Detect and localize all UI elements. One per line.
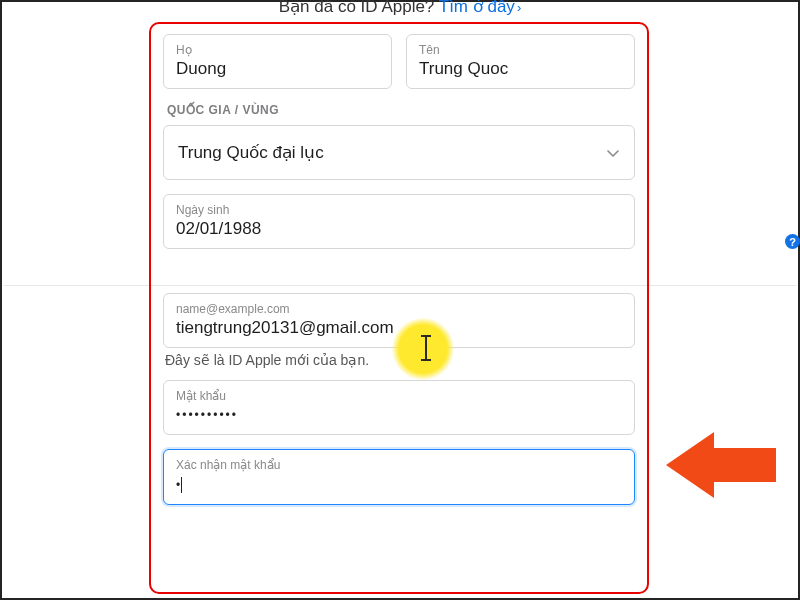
region-value: Trung Quốc đại lục (178, 142, 324, 163)
screenshot-frame: Bạn đã có ID Apple? Tìm ở đây› Họ Duong … (0, 0, 800, 600)
first-name-field[interactable]: Tên Trung Quoc (406, 34, 635, 89)
first-name-label: Tên (419, 43, 622, 57)
find-here-link[interactable]: Tìm ở đây (439, 0, 515, 16)
chevron-down-icon (606, 146, 620, 160)
region-section-label: QUỐC GIA / VÙNG (167, 103, 635, 117)
dob-label: Ngày sinh (176, 203, 622, 217)
region-select[interactable]: Trung Quốc đại lục (163, 125, 635, 180)
dob-value: 02/01/1988 (176, 218, 622, 240)
last-name-value: Duong (176, 58, 379, 80)
dob-field[interactable]: Ngày sinh 02/01/1988 (163, 194, 635, 249)
password-field[interactable]: Mật khẩu •••••••••• (163, 380, 635, 435)
first-name-value: Trung Quoc (419, 58, 622, 80)
confirm-password-label: Xác nhận mật khẩu (176, 458, 622, 472)
confirm-password-value: • (176, 473, 622, 496)
chevron-right-icon: › (517, 0, 521, 15)
signin-prompt: Bạn đã có ID Apple? Tìm ở đây› (2, 0, 798, 17)
last-name-field[interactable]: Họ Duong (163, 34, 392, 89)
highlight-box: Họ Duong Tên Trung Quoc QUỐC GIA / VÙNG … (149, 22, 649, 594)
email-field[interactable]: name@example.com tiengtrung20131@gmail.c… (163, 293, 635, 348)
last-name-label: Họ (176, 43, 379, 57)
attention-arrow-icon (666, 432, 776, 498)
password-label: Mật khẩu (176, 389, 622, 403)
help-icon[interactable]: ? (785, 234, 800, 249)
text-caret (181, 477, 182, 493)
confirm-password-field[interactable]: Xác nhận mật khẩu • (163, 449, 635, 505)
email-value: tiengtrung20131@gmail.com (176, 317, 622, 339)
signin-prompt-text: Bạn đã có ID Apple? (279, 0, 435, 16)
password-value: •••••••••• (176, 404, 622, 426)
email-helper-text: Đây sẽ là ID Apple mới của bạn. (165, 352, 635, 368)
email-placeholder: name@example.com (176, 302, 622, 316)
